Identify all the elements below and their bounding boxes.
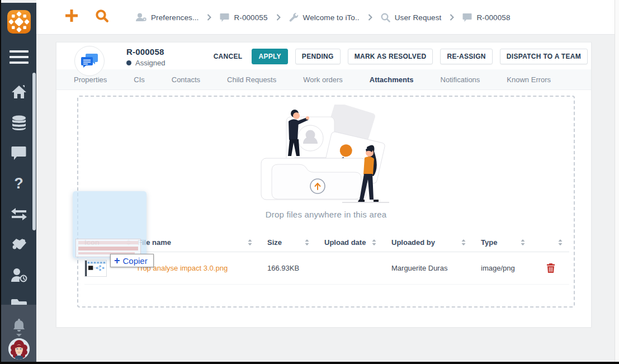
file-drop-area[interactable]: Drop files anywhere in this area Icon Fi… bbox=[77, 96, 575, 308]
search-icon bbox=[95, 9, 109, 23]
ticket-panel: R-000058 Assigned CANCEL APPLY PENDING M… bbox=[56, 42, 592, 327]
notifications-button[interactable] bbox=[1, 316, 36, 335]
menu-toggle-icon[interactable] bbox=[10, 50, 29, 67]
sort-icon bbox=[558, 239, 563, 245]
column-header-actions[interactable] bbox=[532, 239, 569, 245]
sidebar-item-transfer[interactable] bbox=[1, 205, 36, 224]
chat-bubble-icon bbox=[220, 13, 229, 22]
delete-attachment-button[interactable] bbox=[547, 263, 555, 273]
itop-window: ? bbox=[0, 0, 619, 364]
topbar: Preferences... R-000055 Welcome to iTo..… bbox=[36, 0, 615, 35]
avatar-image bbox=[8, 338, 30, 360]
database-icon bbox=[12, 115, 26, 130]
swap-arrows-icon bbox=[11, 208, 27, 220]
sidebar-item-user-time[interactable] bbox=[1, 266, 36, 285]
attachment-size: 166.93KB bbox=[259, 264, 316, 272]
sidebar-item-requests[interactable] bbox=[1, 144, 36, 163]
drag-copy-badge: + Copier bbox=[110, 254, 154, 267]
bell-icon bbox=[12, 318, 26, 333]
tab-notifications[interactable]: Notifications bbox=[441, 75, 480, 84]
sort-icon bbox=[372, 239, 376, 245]
pending-button[interactable]: PENDING bbox=[295, 49, 341, 64]
column-header-upload-date[interactable]: Upload date bbox=[316, 238, 383, 247]
status-label: Assigned bbox=[135, 59, 165, 67]
tab-attachments[interactable]: Attachments bbox=[370, 75, 414, 84]
handshake-icon bbox=[11, 238, 27, 251]
global-search-button[interactable] bbox=[95, 9, 109, 25]
home-icon bbox=[11, 85, 27, 100]
attachments-table: Icon File name Size Upload date bbox=[84, 238, 569, 285]
breadcrumb-item-user-request[interactable]: User Request bbox=[381, 13, 442, 22]
breadcrumb-label: Preferences... bbox=[151, 13, 199, 22]
user-preferences-icon bbox=[136, 13, 147, 22]
chat-bubble-icon bbox=[462, 13, 472, 22]
ticket-header: R-000058 Assigned CANCEL APPLY PENDING M… bbox=[56, 42, 591, 69]
sidebar-item-help[interactable]: ? bbox=[1, 174, 36, 193]
breadcrumb-label: R-000055 bbox=[234, 13, 267, 22]
column-header-size[interactable]: Size bbox=[259, 238, 316, 247]
tab-work-orders[interactable]: Work orders bbox=[303, 75, 343, 84]
user-request-chat-icon bbox=[81, 53, 98, 69]
sidebar: ? bbox=[1, 3, 36, 362]
sidebar-item-data[interactable] bbox=[1, 113, 36, 132]
trash-icon bbox=[547, 263, 555, 273]
sort-icon bbox=[461, 239, 466, 245]
ticket-actions: CANCEL APPLY PENDING MARK AS RESOLVED RE… bbox=[211, 49, 588, 64]
window-bottom-edge bbox=[0, 362, 619, 364]
column-header-type[interactable]: Type bbox=[472, 238, 532, 247]
drop-files-message: Drop files anywhere in this area bbox=[78, 210, 574, 219]
tab-child-requests[interactable]: Child Requests bbox=[227, 75, 276, 84]
breadcrumb-item-preferences[interactable]: Preferences... bbox=[136, 13, 199, 22]
chat-bubble-icon bbox=[11, 146, 26, 160]
dispatch-to-a-team-button[interactable]: DISPATCH TO A TEAM bbox=[500, 49, 588, 64]
attachment-thumbnail-image bbox=[84, 260, 107, 277]
user-avatar[interactable] bbox=[8, 338, 30, 360]
attachment-type: image/png bbox=[472, 264, 532, 272]
attachments-table-header: Icon File name Size Upload date bbox=[84, 238, 569, 252]
user-clock-icon bbox=[11, 268, 27, 282]
sidebar-scrollbar[interactable] bbox=[32, 73, 36, 230]
mark-as-resolved-button[interactable]: MARK AS RESOLVED bbox=[348, 49, 433, 64]
breadcrumb-item-welcome[interactable]: Welcome to iTo.. bbox=[289, 13, 360, 22]
new-object-button[interactable] bbox=[64, 8, 79, 25]
page-scrollbar[interactable] bbox=[615, 0, 619, 362]
breadcrumb-label: User Request bbox=[395, 13, 442, 22]
breadcrumb-item-r000058[interactable]: R-000058 bbox=[462, 13, 510, 22]
chevron-right-icon bbox=[450, 14, 454, 21]
column-header-file-name[interactable]: File name bbox=[138, 238, 259, 247]
ticket-id: R-000058 bbox=[126, 47, 164, 56]
table-row: iTop analyse impact 3.0.png 166.93KB Mar… bbox=[84, 252, 569, 285]
re-assign-button[interactable]: RE-ASSIGN bbox=[440, 49, 492, 64]
sort-icon bbox=[521, 239, 525, 245]
ticket-class-medallion bbox=[74, 46, 105, 76]
ticket-status: Assigned bbox=[126, 59, 165, 67]
tab-cis[interactable]: CIs bbox=[134, 75, 145, 84]
chevron-right-icon bbox=[276, 14, 281, 21]
status-dot-icon bbox=[126, 60, 131, 65]
chevron-right-icon bbox=[368, 14, 372, 21]
drag-ghost-preview bbox=[73, 191, 147, 258]
sort-icon bbox=[248, 239, 252, 245]
breadcrumb: Preferences... R-000055 Welcome to iTo..… bbox=[136, 0, 511, 35]
question-mark-icon: ? bbox=[14, 175, 23, 192]
plus-icon: + bbox=[114, 256, 120, 266]
tab-known-errors[interactable]: Known Errors bbox=[507, 75, 551, 84]
copy-badge-label: Copier bbox=[123, 256, 148, 266]
chevron-right-icon bbox=[207, 14, 211, 21]
tab-properties[interactable]: Properties bbox=[74, 75, 107, 84]
sidebar-item-home[interactable] bbox=[1, 83, 36, 102]
sidebar-item-services[interactable] bbox=[1, 235, 36, 254]
breadcrumb-item-r000055[interactable]: R-000055 bbox=[220, 13, 267, 22]
breadcrumb-label: Welcome to iTo.. bbox=[303, 13, 360, 22]
wrench-icon bbox=[289, 13, 299, 22]
tab-contacts[interactable]: Contacts bbox=[172, 75, 200, 84]
search-icon bbox=[381, 13, 390, 22]
breadcrumb-label: R-000058 bbox=[476, 13, 510, 22]
cancel-button[interactable]: CANCEL bbox=[211, 49, 245, 64]
sort-icon bbox=[305, 239, 309, 245]
column-header-uploaded-by[interactable]: Uploaded by bbox=[383, 238, 472, 247]
window-left-edge bbox=[0, 0, 1, 364]
apply-button[interactable]: APPLY bbox=[252, 49, 287, 64]
tab-bar: Properties CIs Contacts Child Requests W… bbox=[56, 69, 591, 90]
itop-logo-icon[interactable] bbox=[7, 10, 31, 34]
